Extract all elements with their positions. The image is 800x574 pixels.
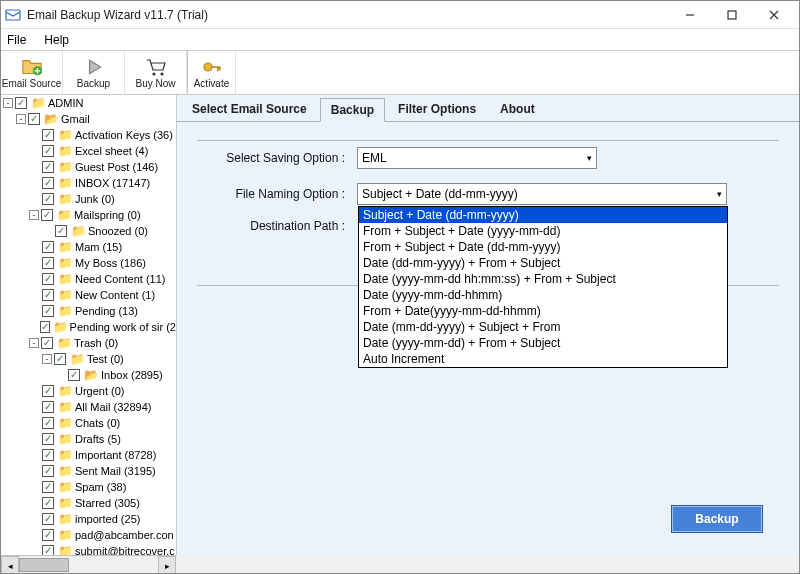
- minimize-button[interactable]: [669, 3, 711, 27]
- tree-item[interactable]: 📁Excel sheet (4): [1, 143, 176, 159]
- activate-button[interactable]: Activate: [188, 51, 236, 95]
- tree-item[interactable]: 📁Mam (15): [1, 239, 176, 255]
- naming-option[interactable]: Date (dd-mm-yyyy) + From + Subject: [359, 255, 727, 271]
- toggle-icon[interactable]: -: [29, 338, 39, 348]
- tree-item[interactable]: 📁Urgent (0): [1, 383, 176, 399]
- email-source-button[interactable]: Email Source: [1, 51, 63, 95]
- checkbox[interactable]: [40, 321, 50, 333]
- tree-item[interactable]: 📁INBOX (17147): [1, 175, 176, 191]
- naming-option[interactable]: Subject + Date (dd-mm-yyyy): [359, 207, 727, 223]
- checkbox[interactable]: [42, 305, 54, 317]
- checkbox[interactable]: [68, 369, 80, 381]
- tree-item-label: Important (8728): [75, 449, 156, 461]
- tree-item[interactable]: 📁submit@bitrecover.c: [1, 543, 176, 555]
- tree-item[interactable]: 📁Junk (0): [1, 191, 176, 207]
- naming-option[interactable]: From + Subject + Date (yyyy-mm-dd): [359, 223, 727, 239]
- tab-backup[interactable]: Backup: [320, 98, 385, 122]
- maximize-button[interactable]: [711, 3, 753, 27]
- naming-option[interactable]: Date (yyyy-mm-dd) + From + Subject: [359, 335, 727, 351]
- checkbox[interactable]: [42, 241, 54, 253]
- tree-item[interactable]: -📁Mailspring (0): [1, 207, 176, 223]
- checkbox[interactable]: [42, 513, 54, 525]
- tree-item[interactable]: 📁imported (25): [1, 511, 176, 527]
- checkbox[interactable]: [42, 273, 54, 285]
- checkbox[interactable]: [42, 481, 54, 493]
- naming-option[interactable]: Date (yyyy-mm-dd-hhmm): [359, 287, 727, 303]
- checkbox[interactable]: [42, 497, 54, 509]
- toggle-icon[interactable]: -: [29, 210, 39, 220]
- tree-item[interactable]: 📁Starred (305): [1, 495, 176, 511]
- tree-item[interactable]: 📁Pending (13): [1, 303, 176, 319]
- scroll-right-button[interactable]: ▸: [158, 556, 176, 574]
- checkbox[interactable]: [42, 161, 54, 173]
- naming-option[interactable]: Auto Increment: [359, 351, 727, 367]
- checkbox[interactable]: [42, 145, 54, 157]
- backup-action-button[interactable]: Backup: [671, 505, 763, 533]
- tree-item[interactable]: 📁Snoozed (0): [1, 223, 176, 239]
- tree-item[interactable]: 📁New Content (1): [1, 287, 176, 303]
- tree-item[interactable]: 📁Drafts (5): [1, 431, 176, 447]
- checkbox[interactable]: [42, 193, 54, 205]
- tab-select-email-source[interactable]: Select Email Source: [181, 97, 318, 121]
- tab-filter-options[interactable]: Filter Options: [387, 97, 487, 121]
- tree-item[interactable]: 📁pad@abcamber.con: [1, 527, 176, 543]
- tree-item[interactable]: -📁ADMIN: [1, 95, 176, 111]
- checkbox[interactable]: [41, 337, 53, 349]
- svg-rect-0: [6, 10, 20, 20]
- backup-button[interactable]: Backup: [63, 51, 125, 95]
- tab-about[interactable]: About: [489, 97, 546, 121]
- checkbox[interactable]: [42, 129, 54, 141]
- tree-item[interactable]: 📁Pending work of sir (2: [1, 319, 176, 335]
- checkbox[interactable]: [42, 465, 54, 477]
- folder-icon: 📁: [57, 496, 73, 510]
- tree-item[interactable]: 📁All Mail (32894): [1, 399, 176, 415]
- tree-item[interactable]: -📂Gmail: [1, 111, 176, 127]
- buy-now-button[interactable]: Buy Now: [125, 51, 187, 95]
- svg-rect-1: [728, 11, 736, 19]
- naming-option[interactable]: From + Subject + Date (dd-mm-yyyy): [359, 239, 727, 255]
- checkbox[interactable]: [41, 209, 53, 221]
- checkbox[interactable]: [55, 225, 67, 237]
- tree-item[interactable]: 📁Need Content (11): [1, 271, 176, 287]
- toggle-icon[interactable]: -: [3, 98, 13, 108]
- checkbox[interactable]: [42, 529, 54, 541]
- toggle-icon[interactable]: -: [42, 354, 52, 364]
- tree-item[interactable]: 📁Important (8728): [1, 447, 176, 463]
- tree-item[interactable]: -📁Test (0): [1, 351, 176, 367]
- checkbox[interactable]: [54, 353, 66, 365]
- saving-option-select[interactable]: EML ▾: [357, 147, 597, 169]
- checkbox[interactable]: [42, 401, 54, 413]
- tree-item[interactable]: 📁Chats (0): [1, 415, 176, 431]
- close-button[interactable]: [753, 3, 795, 27]
- tree-item[interactable]: -📁Trash (0): [1, 335, 176, 351]
- tree-item[interactable]: 📁Spam (38): [1, 479, 176, 495]
- tree-item[interactable]: 📁Activation Keys (36): [1, 127, 176, 143]
- scroll-thumb[interactable]: [19, 558, 69, 572]
- checkbox[interactable]: [28, 113, 40, 125]
- file-naming-select[interactable]: Subject + Date (dd-mm-yyyy) ▾ Subject + …: [357, 183, 727, 205]
- checkbox[interactable]: [42, 417, 54, 429]
- folder-tree[interactable]: -📁ADMIN-📂Gmail📁Activation Keys (36)📁Exce…: [1, 95, 176, 555]
- toggle-icon[interactable]: -: [16, 114, 26, 124]
- checkbox[interactable]: [42, 545, 54, 555]
- file-naming-dropdown[interactable]: Subject + Date (dd-mm-yyyy)From + Subjec…: [358, 206, 728, 368]
- tree-item-label: INBOX (17147): [75, 177, 150, 189]
- naming-option[interactable]: Date (mm-dd-yyyy) + Subject + From: [359, 319, 727, 335]
- menu-file[interactable]: File: [7, 33, 26, 47]
- tree-h-scrollbar[interactable]: ◂ ▸: [1, 555, 176, 574]
- scroll-left-button[interactable]: ◂: [1, 556, 19, 574]
- checkbox[interactable]: [42, 385, 54, 397]
- tree-item[interactable]: 📁My Boss (186): [1, 255, 176, 271]
- checkbox[interactable]: [42, 257, 54, 269]
- checkbox[interactable]: [42, 449, 54, 461]
- checkbox[interactable]: [42, 433, 54, 445]
- naming-option[interactable]: From + Date(yyyy-mm-dd-hhmm): [359, 303, 727, 319]
- checkbox[interactable]: [42, 177, 54, 189]
- checkbox[interactable]: [42, 289, 54, 301]
- tree-item[interactable]: 📁Sent Mail (3195): [1, 463, 176, 479]
- naming-option[interactable]: Date (yyyy-mm-dd hh:mm:ss) + From + Subj…: [359, 271, 727, 287]
- checkbox[interactable]: [15, 97, 27, 109]
- menu-help[interactable]: Help: [44, 33, 69, 47]
- tree-item[interactable]: 📂Inbox (2895): [1, 367, 176, 383]
- tree-item[interactable]: 📁Guest Post (146): [1, 159, 176, 175]
